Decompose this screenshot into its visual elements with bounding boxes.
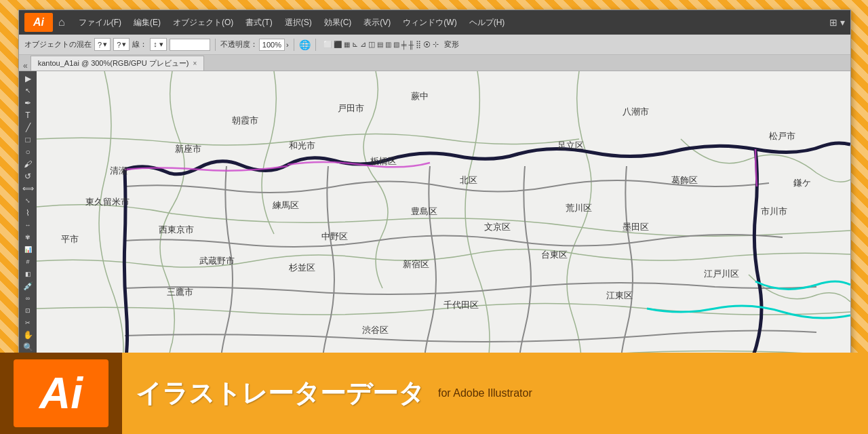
tool-zoom[interactable]: 🔍 <box>20 341 35 353</box>
blend-dropdown2[interactable]: ? ▾ <box>113 38 130 51</box>
label-shinjuku: 新宿区 <box>403 258 429 271</box>
tool-select[interactable]: ▶ <box>20 73 35 84</box>
label-koto: 江東区 <box>606 290 633 302</box>
label-warabi: 蕨中 <box>411 90 429 102</box>
align-icon1[interactable]: ⬜ <box>323 41 332 48</box>
align-icon10[interactable]: ╪ <box>401 41 407 49</box>
menu-view[interactable]: 表示(V) <box>358 14 396 31</box>
tab-collapse-icon[interactable]: « <box>23 61 28 71</box>
opacity-dropdown[interactable]: 100% <box>259 39 285 51</box>
tool-warp[interactable]: ⌇ <box>20 207 35 218</box>
label-shibuya: 渋谷区 <box>362 324 389 336</box>
tool-reflect[interactable]: ⟺ <box>20 182 35 194</box>
align-icon7[interactable]: ▤ <box>377 41 383 48</box>
tool-brush[interactable]: 🖌 <box>20 158 35 170</box>
map-labels-container: 朝霞市 戸田市 蕨中 八潮市 松戸市 新座市 和光市 板橋区 足立区 清瀬 北区… <box>37 71 850 383</box>
label-bunkyo: 文京区 <box>484 221 511 233</box>
label-katsushika: 葛飾区 <box>671 174 698 186</box>
line-dropdown[interactable]: ↕ ▾ <box>150 38 167 51</box>
tool-direct[interactable]: ↖ <box>20 85 35 96</box>
menu-bar: ファイル(F) 編集(E) オブジェクト(O) 書式(T) 選択(S) 効果(C… <box>73 14 824 31</box>
menu-window[interactable]: ウィンドウ(W) <box>397 14 462 31</box>
tool-rect[interactable]: □ <box>20 134 35 145</box>
align-icon4[interactable]: ⊾ <box>352 40 358 49</box>
toolbar-sep3 <box>315 39 316 51</box>
label-toshima: 豊島区 <box>411 205 437 218</box>
align-icon11[interactable]: ╫ <box>408 41 414 49</box>
globe-icon[interactable]: 🌐 <box>299 39 311 50</box>
tool-scale[interactable]: ⤡ <box>20 195 35 206</box>
opacity-arrow[interactable]: › <box>286 41 289 49</box>
toolbox: ▶ ↖ ✒ T ╱ □ ○ 🖌 ↺ ⟺ ⤡ ⌇ ↔ ✾ 📊 # ◧ 💉 ∞ ⊡ <box>19 71 37 383</box>
align-icon13[interactable]: ⦿ <box>423 41 431 49</box>
tool-artboard[interactable]: ⊡ <box>20 304 35 316</box>
tool-graph[interactable]: 📊 <box>20 243 35 255</box>
tool-hand[interactable]: ✋ <box>20 329 35 340</box>
menu-file[interactable]: ファイル(F) <box>73 14 127 31</box>
tool-gradient[interactable]: ◧ <box>20 268 35 279</box>
align-icon8[interactable]: ▥ <box>385 41 391 48</box>
align-icon12[interactable]: ⣿ <box>416 40 421 49</box>
main-area: ▶ ↖ ✒ T ╱ □ ○ 🖌 ↺ ⟺ ⤡ ⌇ ↔ ✾ 📊 # ◧ 💉 ∞ ⊡ <box>19 71 850 383</box>
tool-slice[interactable]: ✂ <box>20 317 35 328</box>
align-icon5[interactable]: ⊿ <box>360 40 366 49</box>
label-kita: 北区 <box>460 174 477 186</box>
toolbar-row: オブジェクトの混在 ? ▾ ? ▾ 線： ↕ ▾ 不透明度： 100% › 🌐 <box>19 35 850 55</box>
label-yashio: 八潮市 <box>623 106 649 118</box>
line-input[interactable] <box>170 39 210 51</box>
tool-symbol[interactable]: ✾ <box>20 231 35 243</box>
label-sumida: 墨田区 <box>623 221 649 233</box>
label-asaka: 朝霞市 <box>232 115 258 127</box>
document-tab[interactable]: kantou_A1ai @ 300%(RGB/GPU プレビュー) × <box>31 56 205 71</box>
label-toda: 戸田市 <box>338 102 364 115</box>
bottom-text-area: イラストレーターデータ for Adobe Illustrator <box>122 353 868 434</box>
panel-grid-icon[interactable]: ⊞ ▾ <box>829 17 845 28</box>
tab-label: kantou_A1ai @ 300%(RGB/GPU プレビュー) <box>38 58 189 68</box>
align-icon2[interactable]: ⬛ <box>334 41 342 48</box>
align-icons: ⬜ ⬛ ▦ ⊾ ⊿ ◫ ▤ ▥ ▧ ╪ ╫ ⣿ ⦿ ⊹ <box>323 40 439 49</box>
menu-help[interactable]: ヘルプ(H) <box>464 14 511 31</box>
toolbar-sep2 <box>294 39 294 51</box>
tool-rotate[interactable]: ↺ <box>20 170 35 182</box>
align-icon9[interactable]: ▧ <box>393 41 399 48</box>
home-icon[interactable]: ⌂ <box>58 16 65 28</box>
label-kiyose: 清瀬 <box>110 165 127 177</box>
tool-type[interactable]: T <box>20 109 35 121</box>
menu-edit[interactable]: 編集(E) <box>128 14 166 31</box>
label-wako: 和光市 <box>289 140 315 152</box>
label-mitaka: 三鷹市 <box>167 286 193 298</box>
align-icon6[interactable]: ◫ <box>368 40 375 49</box>
line-label: 線： <box>132 39 147 50</box>
menu-object[interactable]: オブジェクト(O) <box>167 14 239 31</box>
label-nakano: 中野区 <box>321 231 348 243</box>
tool-width[interactable]: ↔ <box>20 219 35 231</box>
label-nerima: 練馬区 <box>273 199 299 212</box>
canvas-area[interactable]: 朝霞市 戸田市 蕨中 八潮市 松戸市 新座市 和光市 板橋区 足立区 清瀬 北区… <box>37 71 850 383</box>
label-kama: 鎌ケ <box>793 177 811 189</box>
tab-close-button[interactable]: × <box>193 60 197 67</box>
label-matsudo: 松戸市 <box>769 130 795 142</box>
menu-effect[interactable]: 効果(C) <box>319 14 357 31</box>
align-icon14[interactable]: ⊹ <box>433 40 439 49</box>
ai-logo-large: Ai <box>14 359 108 427</box>
opacity-label: 不透明度： <box>220 39 258 50</box>
outer-background: Ai ⌂ ファイル(F) 編集(E) オブジェクト(O) 書式(T) 選択(S)… <box>0 0 868 434</box>
tool-pen[interactable]: ✒ <box>20 97 35 108</box>
label-taito: 台東区 <box>541 249 568 261</box>
ai-logo-large-container: Ai <box>0 353 122 434</box>
menu-type[interactable]: 書式(T) <box>240 14 277 31</box>
blend-dropdown1[interactable]: ? ▾ <box>94 38 111 51</box>
illustrator-window: Ai ⌂ ファイル(F) 編集(E) オブジェクト(O) 書式(T) 選択(S)… <box>18 9 851 382</box>
align-icon3[interactable]: ▦ <box>344 41 350 48</box>
opacity-area: 不透明度： 100% › <box>220 39 289 51</box>
tool-blend[interactable]: ∞ <box>20 292 35 304</box>
tool-line[interactable]: ╱ <box>20 121 35 133</box>
label-suginami: 杉並区 <box>289 262 315 274</box>
transform-label: 変形 <box>444 39 459 50</box>
tool-eyedrop[interactable]: 💉 <box>20 280 35 292</box>
label-arakawa: 荒川区 <box>566 202 592 214</box>
label-niiza: 新座市 <box>175 143 201 155</box>
tool-mesh[interactable]: # <box>20 256 35 267</box>
menu-select[interactable]: 選択(S) <box>279 14 317 31</box>
tool-ellipse[interactable]: ○ <box>20 146 35 157</box>
